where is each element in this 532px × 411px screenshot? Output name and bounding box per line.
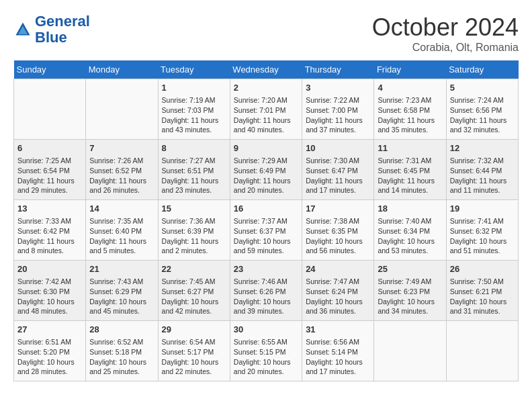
day-number: 28 (89, 324, 154, 336)
day-number: 9 (234, 142, 298, 154)
day-number: 14 (89, 203, 154, 215)
cell-content: Sunrise: 7:30 AM Sunset: 6:47 PM Dayligh… (306, 156, 370, 195)
day-number: 18 (378, 203, 442, 215)
weekday-header: Friday (374, 60, 446, 79)
cell-content: Sunrise: 7:40 AM Sunset: 6:34 PM Dayligh… (378, 216, 442, 256)
day-number: 5 (450, 82, 515, 94)
cell-content: Sunrise: 7:35 AM Sunset: 6:40 PM Dayligh… (89, 216, 154, 256)
day-number: 19 (450, 203, 515, 215)
weekday-header: Saturday (446, 60, 518, 79)
cell-content: Sunrise: 7:36 AM Sunset: 6:39 PM Dayligh… (162, 216, 226, 256)
logo-line2: Blue (35, 29, 67, 46)
calendar-cell: 10Sunrise: 7:30 AM Sunset: 6:47 PM Dayli… (302, 140, 374, 200)
weekday-header: Sunday (14, 60, 86, 79)
calendar-cell: 5Sunrise: 7:24 AM Sunset: 6:56 PM Daylig… (446, 79, 518, 140)
calendar-cell: 6Sunrise: 7:25 AM Sunset: 6:54 PM Daylig… (14, 140, 86, 200)
calendar-cell: 12Sunrise: 7:32 AM Sunset: 6:44 PM Dayli… (446, 140, 518, 200)
title-block: October 2024 Corabia, Olt, Romania (372, 13, 519, 54)
cell-content: Sunrise: 7:32 AM Sunset: 6:44 PM Dayligh… (450, 156, 515, 195)
calendar-cell (446, 321, 518, 381)
calendar-cell: 7Sunrise: 7:26 AM Sunset: 6:52 PM Daylig… (86, 140, 158, 200)
cell-content: Sunrise: 7:50 AM Sunset: 6:21 PM Dayligh… (450, 277, 515, 316)
day-number: 2 (234, 82, 298, 94)
calendar-cell: 16Sunrise: 7:37 AM Sunset: 6:37 PM Dayli… (230, 200, 302, 261)
cell-content: Sunrise: 7:24 AM Sunset: 6:56 PM Dayligh… (450, 95, 515, 135)
logo-text: General Blue (35, 13, 90, 46)
calendar-cell: 4Sunrise: 7:23 AM Sunset: 6:58 PM Daylig… (374, 79, 446, 140)
day-number: 15 (162, 203, 226, 215)
calendar-cell: 29Sunrise: 6:54 AM Sunset: 5:17 PM Dayli… (158, 321, 230, 381)
day-number: 17 (306, 203, 370, 215)
cell-content: Sunrise: 7:37 AM Sunset: 6:37 PM Dayligh… (234, 216, 298, 256)
calendar-cell: 31Sunrise: 6:56 AM Sunset: 5:14 PM Dayli… (302, 321, 374, 381)
cell-content: Sunrise: 6:51 AM Sunset: 5:20 PM Dayligh… (17, 337, 82, 377)
cell-content: Sunrise: 7:49 AM Sunset: 6:23 PM Dayligh… (378, 277, 442, 316)
day-number: 23 (234, 263, 298, 275)
day-number: 29 (162, 324, 226, 336)
calendar-cell: 20Sunrise: 7:42 AM Sunset: 6:30 PM Dayli… (14, 261, 86, 321)
cell-content: Sunrise: 7:19 AM Sunset: 7:03 PM Dayligh… (162, 95, 226, 135)
cell-content: Sunrise: 7:22 AM Sunset: 7:00 PM Dayligh… (306, 95, 370, 135)
calendar-week-row: 13Sunrise: 7:33 AM Sunset: 6:42 PM Dayli… (14, 200, 519, 261)
day-number: 7 (89, 142, 154, 154)
day-number: 10 (306, 142, 370, 154)
day-number: 13 (17, 203, 82, 215)
calendar-cell: 30Sunrise: 6:55 AM Sunset: 5:15 PM Dayli… (230, 321, 302, 381)
header-row: SundayMondayTuesdayWednesdayThursdayFrid… (14, 60, 519, 79)
calendar-cell: 15Sunrise: 7:36 AM Sunset: 6:39 PM Dayli… (158, 200, 230, 261)
calendar-cell: 19Sunrise: 7:41 AM Sunset: 6:32 PM Dayli… (446, 200, 518, 261)
day-number: 11 (378, 142, 442, 154)
calendar-cell (86, 79, 158, 140)
calendar-cell: 23Sunrise: 7:46 AM Sunset: 6:26 PM Dayli… (230, 261, 302, 321)
logo: General Blue (13, 13, 90, 46)
day-number: 16 (234, 203, 298, 215)
day-number: 25 (378, 263, 442, 275)
calendar-week-row: 1Sunrise: 7:19 AM Sunset: 7:03 PM Daylig… (14, 79, 519, 140)
cell-content: Sunrise: 7:33 AM Sunset: 6:42 PM Dayligh… (17, 216, 82, 256)
calendar-cell: 13Sunrise: 7:33 AM Sunset: 6:42 PM Dayli… (14, 200, 86, 261)
calendar-cell: 18Sunrise: 7:40 AM Sunset: 6:34 PM Dayli… (374, 200, 446, 261)
logo-line1: General (35, 13, 90, 30)
weekday-header: Monday (86, 60, 158, 79)
day-number: 22 (162, 263, 226, 275)
day-number: 1 (162, 82, 226, 94)
cell-content: Sunrise: 7:25 AM Sunset: 6:54 PM Dayligh… (17, 156, 82, 195)
day-number: 24 (306, 263, 370, 275)
cell-content: Sunrise: 6:54 AM Sunset: 5:17 PM Dayligh… (162, 337, 226, 377)
cell-content: Sunrise: 7:20 AM Sunset: 7:01 PM Dayligh… (234, 95, 298, 135)
calendar-cell (14, 79, 86, 140)
cell-content: Sunrise: 7:41 AM Sunset: 6:32 PM Dayligh… (450, 216, 515, 256)
calendar-cell: 26Sunrise: 7:50 AM Sunset: 6:21 PM Dayli… (446, 261, 518, 321)
calendar-week-row: 6Sunrise: 7:25 AM Sunset: 6:54 PM Daylig… (14, 140, 519, 200)
calendar-cell: 11Sunrise: 7:31 AM Sunset: 6:45 PM Dayli… (374, 140, 446, 200)
cell-content: Sunrise: 7:29 AM Sunset: 6:49 PM Dayligh… (234, 156, 298, 195)
day-number: 27 (17, 324, 82, 336)
calendar-cell: 25Sunrise: 7:49 AM Sunset: 6:23 PM Dayli… (374, 261, 446, 321)
calendar-cell: 28Sunrise: 6:52 AM Sunset: 5:18 PM Dayli… (86, 321, 158, 381)
calendar-cell: 1Sunrise: 7:19 AM Sunset: 7:03 PM Daylig… (158, 79, 230, 140)
calendar-cell: 2Sunrise: 7:20 AM Sunset: 7:01 PM Daylig… (230, 79, 302, 140)
day-number: 30 (234, 324, 298, 336)
month-title: October 2024 (372, 13, 519, 42)
cell-content: Sunrise: 7:38 AM Sunset: 6:35 PM Dayligh… (306, 216, 370, 256)
day-number: 12 (450, 142, 515, 154)
calendar-cell: 22Sunrise: 7:45 AM Sunset: 6:27 PM Dayli… (158, 261, 230, 321)
day-number: 4 (378, 82, 442, 94)
calendar-cell: 3Sunrise: 7:22 AM Sunset: 7:00 PM Daylig… (302, 79, 374, 140)
weekday-header: Tuesday (158, 60, 230, 79)
cell-content: Sunrise: 7:45 AM Sunset: 6:27 PM Dayligh… (162, 277, 226, 316)
day-number: 3 (306, 82, 370, 94)
cell-content: Sunrise: 6:52 AM Sunset: 5:18 PM Dayligh… (89, 337, 154, 377)
logo-icon (13, 20, 32, 39)
cell-content: Sunrise: 7:26 AM Sunset: 6:52 PM Dayligh… (89, 156, 154, 195)
cell-content: Sunrise: 7:43 AM Sunset: 6:29 PM Dayligh… (89, 277, 154, 316)
day-number: 8 (162, 142, 226, 154)
calendar-cell: 24Sunrise: 7:47 AM Sunset: 6:24 PM Dayli… (302, 261, 374, 321)
page-header: General Blue October 2024 Corabia, Olt, … (13, 13, 519, 54)
weekday-header: Thursday (302, 60, 374, 79)
calendar-cell: 27Sunrise: 6:51 AM Sunset: 5:20 PM Dayli… (14, 321, 86, 381)
cell-content: Sunrise: 7:47 AM Sunset: 6:24 PM Dayligh… (306, 277, 370, 316)
cell-content: Sunrise: 7:46 AM Sunset: 6:26 PM Dayligh… (234, 277, 298, 316)
calendar-table: SundayMondayTuesdayWednesdayThursdayFrid… (13, 60, 519, 381)
calendar-cell: 9Sunrise: 7:29 AM Sunset: 6:49 PM Daylig… (230, 140, 302, 200)
